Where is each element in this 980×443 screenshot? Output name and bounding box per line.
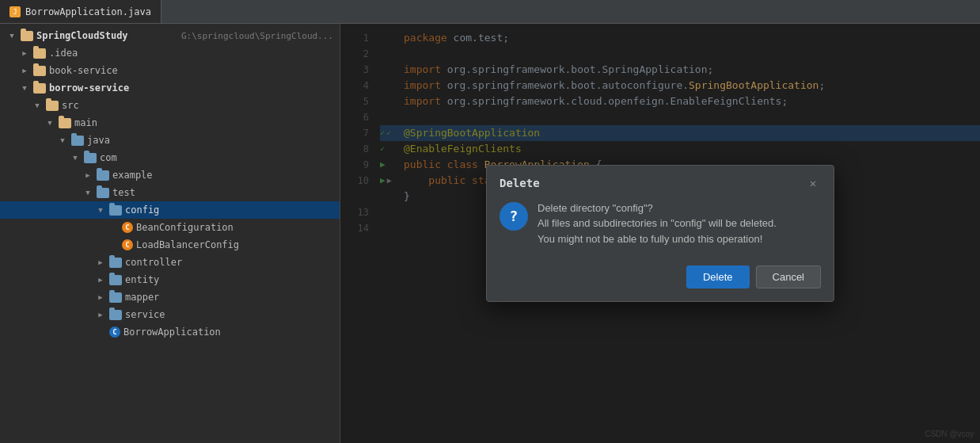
item-label: .idea — [49, 48, 333, 59]
arrow-icon: ▼ — [95, 204, 106, 216]
item-label: service — [125, 309, 333, 320]
arrow-icon: ▼ — [6, 30, 17, 41]
sidebar-item-borrow-application[interactable]: C BorrowApplication — [0, 323, 340, 341]
sidebar-item-load-balancer-config[interactable]: C LoadBalancerConfig — [0, 236, 340, 254]
sidebar-item-bean-configuration[interactable]: C BeanConfiguration — [0, 219, 340, 236]
sidebar-item-java[interactable]: ▼ java — [0, 132, 340, 149]
sidebar-item-mapper[interactable]: ▶ mapper — [0, 288, 340, 306]
sidebar-item-com[interactable]: ▼ com — [0, 149, 340, 166]
dialog-message: Delete directory "config"? All files and… — [537, 200, 821, 247]
arrow-icon: ▼ — [32, 100, 43, 111]
item-label: src — [62, 100, 333, 111]
sidebar-item-book-service[interactable]: ▶ book-service — [0, 62, 340, 79]
question-icon: ? — [499, 202, 528, 231]
tab-label: BorrowApplication.java — [25, 6, 151, 17]
item-label: BorrowApplication — [123, 327, 333, 338]
sidebar-item-main[interactable]: ▼ main — [0, 114, 340, 132]
main-layout: ▼ SpringCloudStudy G:\springcloud\Spring… — [0, 24, 980, 443]
arrow-icon: ▼ — [82, 187, 93, 198]
arrow-icon: ▼ — [19, 82, 30, 94]
arrow-icon: ▼ — [57, 135, 68, 146]
sidebar-item-service[interactable]: ▶ service — [0, 306, 340, 323]
folder-icon — [71, 136, 84, 146]
arrow-icon: ▶ — [95, 292, 106, 303]
folder-icon — [109, 258, 122, 268]
tab-borrow-application[interactable]: J BorrowApplication.java — [0, 0, 161, 23]
item-label: BeanConfiguration — [136, 222, 333, 233]
project-sidebar: ▼ SpringCloudStudy G:\springcloud\Spring… — [0, 24, 340, 443]
java-file-icon: C — [122, 239, 133, 250]
item-label: entity — [125, 274, 333, 285]
item-label: mapper — [125, 292, 333, 303]
dialog-message-line2: All files and subdirectories in "config"… — [537, 217, 777, 229]
arrow-icon: ▼ — [70, 152, 81, 163]
item-label: config — [125, 204, 333, 216]
folder-icon — [33, 48, 46, 59]
sidebar-item-springcloudstudy[interactable]: ▼ SpringCloudStudy G:\springcloud\Spring… — [0, 27, 340, 44]
folder-icon — [46, 101, 59, 111]
item-label: java — [87, 135, 333, 146]
arrow-icon: ▶ — [82, 170, 93, 181]
sidebar-item-entity[interactable]: ▶ entity — [0, 271, 340, 288]
item-label: LoadBalancerConfig — [136, 239, 333, 250]
cancel-button[interactable]: Cancel — [756, 265, 821, 288]
folder-icon — [33, 83, 46, 94]
dialog-message-line1: Delete directory "config"? — [537, 202, 653, 214]
folder-icon — [21, 31, 33, 41]
close-button[interactable]: ✕ — [805, 175, 821, 191]
item-label: SpringCloudStudy — [36, 30, 177, 41]
delete-button[interactable]: Delete — [686, 265, 750, 288]
dialog-body: ? Delete directory "config"? All files a… — [487, 197, 834, 260]
folder-icon — [97, 188, 109, 198]
code-editor[interactable]: 1 2 3 4 5 6 7 8 9 10 13 14 package com.t — [340, 24, 980, 443]
item-label: example — [112, 170, 333, 181]
folder-icon — [59, 118, 71, 128]
java-file-icon: C — [109, 327, 120, 338]
folder-icon — [109, 205, 122, 216]
dialog-message-line3: You might not be able to fully undo this… — [537, 233, 762, 245]
sidebar-item-config[interactable]: ▼ config — [0, 201, 340, 219]
folder-icon — [84, 153, 97, 163]
sidebar-item-borrow-service[interactable]: ▼ borrow-service — [0, 79, 340, 97]
folder-icon — [109, 310, 122, 320]
sidebar-item-src[interactable]: ▼ src — [0, 97, 340, 114]
folder-icon — [33, 66, 46, 76]
item-label: book-service — [49, 65, 333, 76]
dialog-footer: Delete Cancel — [487, 259, 834, 301]
java-file-icon: J — [9, 6, 21, 17]
item-label: main — [74, 117, 333, 128]
item-label: test — [112, 187, 333, 198]
folder-icon — [97, 170, 109, 181]
arrow-icon: ▼ — [44, 117, 55, 128]
tab-bar: J BorrowApplication.java — [0, 0, 980, 24]
item-label: controller — [125, 257, 333, 268]
dialog-title: Delete — [499, 177, 540, 189]
item-label: borrow-service — [49, 82, 333, 94]
dialog-header: Delete ✕ — [487, 166, 834, 197]
dialog-overlay: Delete ✕ ? Delete directory "config"? Al… — [340, 24, 980, 443]
folder-icon — [109, 275, 122, 285]
sidebar-item-controller[interactable]: ▶ controller — [0, 254, 340, 271]
sidebar-item-idea[interactable]: ▶ .idea — [0, 44, 340, 62]
delete-dialog: Delete ✕ ? Delete directory "config"? Al… — [486, 165, 834, 303]
java-file-icon: C — [122, 222, 133, 233]
sidebar-item-test[interactable]: ▼ test — [0, 184, 340, 201]
item-label: com — [100, 152, 333, 163]
sidebar-item-example[interactable]: ▶ example — [0, 166, 340, 184]
arrow-icon: ▶ — [95, 257, 106, 268]
arrow-icon: ▶ — [19, 48, 30, 59]
arrow-icon: ▶ — [19, 65, 30, 76]
arrow-icon: ▶ — [95, 274, 106, 285]
project-path: G:\springcloud\SpringCloud... — [181, 31, 333, 41]
folder-icon — [109, 292, 122, 303]
arrow-icon: ▶ — [95, 309, 106, 320]
